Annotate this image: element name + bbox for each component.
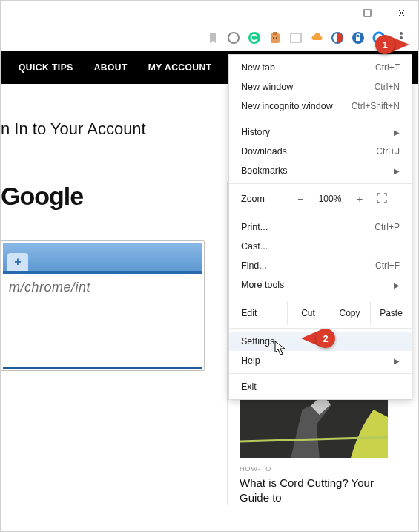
cursor-icon <box>274 341 286 360</box>
menu-exit[interactable]: Exit <box>229 377 412 396</box>
menu-more-tools[interactable]: More tools▶ <box>229 275 412 295</box>
menu-print[interactable]: Print...Ctrl+P <box>229 217 412 237</box>
extension-icon-bookmark[interactable] <box>206 31 220 45</box>
extension-icon-lock[interactable] <box>352 31 365 45</box>
zoom-in-button[interactable]: + <box>348 193 372 205</box>
fullscreen-button[interactable] <box>372 193 392 206</box>
menu-new-incognito[interactable]: New incognito windowCtrl+Shift+N <box>229 96 412 116</box>
plus-icon: + <box>7 253 28 271</box>
svg-point-1 <box>228 33 239 43</box>
edit-cut-button[interactable]: Cut <box>287 301 329 325</box>
annotation-number: 1 <box>375 35 395 54</box>
chrome-menu: New tabCtrl+T New windowCtrl+N New incog… <box>228 54 412 400</box>
article-title-link[interactable]: What is Cord Cutting? Your Guide to <box>240 476 388 505</box>
window-close-button[interactable] <box>384 1 418 24</box>
svg-rect-4 <box>273 32 277 35</box>
chevron-right-icon: ▶ <box>394 357 400 365</box>
annotation-callout-1: 1 <box>375 35 409 54</box>
zoom-out-button[interactable]: − <box>288 193 312 205</box>
article-heading-google: Google <box>1 182 205 211</box>
edit-label: Edit <box>229 308 287 318</box>
menu-cast[interactable]: Cast... <box>229 237 412 256</box>
menu-new-window[interactable]: New windowCtrl+N <box>229 77 412 96</box>
menu-edit-row: Edit Cut Copy Paste <box>229 301 412 325</box>
svg-rect-7 <box>291 33 301 42</box>
window-maximize-button[interactable] <box>350 1 384 24</box>
article-thumbnail[interactable]: + m/chrome/int <box>1 240 205 371</box>
chevron-right-icon: ▶ <box>394 281 400 289</box>
svg-point-6 <box>276 37 277 39</box>
extension-icon-clipboard[interactable] <box>268 31 282 45</box>
zoom-value: 100% <box>312 194 348 204</box>
zoom-label: Zoom <box>241 194 288 204</box>
annotation-number: 2 <box>316 329 335 348</box>
article-category: HOW-TO <box>240 465 388 473</box>
extension-icon-cloud[interactable] <box>310 31 323 45</box>
window-minimize-button[interactable] <box>316 1 350 24</box>
menu-new-tab[interactable]: New tabCtrl+T <box>229 58 412 77</box>
nav-about[interactable]: ABOUT <box>94 62 128 73</box>
annotation-callout-2: 2 <box>301 329 335 348</box>
svg-rect-0 <box>364 10 371 16</box>
menu-history[interactable]: History▶ <box>229 122 412 142</box>
extension-icon-sheet[interactable] <box>289 31 303 45</box>
menu-downloads[interactable]: DownloadsCtrl+J <box>229 142 412 161</box>
extension-icon-colored[interactable] <box>331 31 344 45</box>
svg-point-5 <box>273 37 274 39</box>
svg-rect-10 <box>356 37 360 41</box>
nav-my-account[interactable]: MY ACCOUNT <box>148 62 212 73</box>
menu-bookmarks[interactable]: Bookmarks▶ <box>229 161 412 180</box>
thumbnail-url-text: m/chrome/int <box>3 274 202 301</box>
menu-help[interactable]: Help▶ <box>229 351 412 370</box>
edit-paste-button[interactable]: Paste <box>370 301 412 325</box>
extension-icon-grammarly[interactable] <box>248 31 261 45</box>
nav-quick-tips[interactable]: QUICK TIPS <box>19 62 73 73</box>
menu-find[interactable]: Find...Ctrl+F <box>229 256 412 275</box>
svg-point-2 <box>248 32 260 44</box>
edit-copy-button[interactable]: Copy <box>329 301 370 325</box>
chevron-right-icon: ▶ <box>394 128 400 137</box>
menu-zoom-row: Zoom − 100% + <box>229 187 412 211</box>
toolbar <box>1 24 418 51</box>
chevron-right-icon: ▶ <box>394 167 400 175</box>
extension-icon-circle[interactable] <box>227 31 240 45</box>
